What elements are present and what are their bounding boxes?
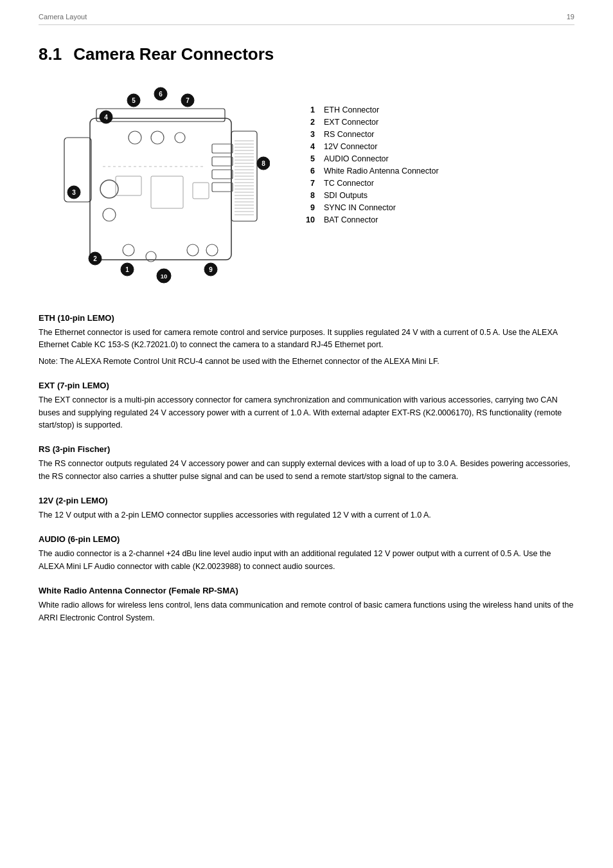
legend-item: 4 12V Connector [302,142,574,151]
legend-label: 12V Connector [324,142,377,151]
svg-rect-20 [193,183,209,199]
paragraph: The Ethernet connector is used for camer… [39,327,574,352]
camera-diagram: 1 2 3 4 5 6 7 [39,80,283,294]
subsection-eth: ETH (10-pin LEMO)The Ethernet connector … [39,313,574,368]
legend-label: BAT Connector [324,215,378,224]
legend-area: 1 ETH Connector 2 EXT Connector 3 RS Con… [302,80,574,294]
legend-number: 3 [302,130,315,139]
subsection-body: White radio allows for wireless lens con… [39,599,574,624]
subsection-body: The audio connector is a 2-channel +24 d… [39,548,574,573]
section-title: 8.1 Camera Rear Connectors [39,44,574,64]
legend-item: 5 AUDIO Connector [302,154,574,163]
header-left: Camera Layout [39,13,87,21]
paragraph: White radio allows for wireless lens con… [39,599,574,624]
page-number: 19 [567,13,574,21]
svg-rect-10 [212,183,233,192]
svg-text:2: 2 [93,255,97,262]
section-name: Camera Rear Connectors [73,44,274,64]
paragraph: The EXT connector is a multi-pin accesso… [39,394,574,431]
legend-number: 5 [302,154,315,163]
paragraph: The RS connector outputs regulated 24 V … [39,458,574,483]
svg-text:10: 10 [161,273,168,280]
subsection-audio: AUDIO (6-pin LEMO)The audio connector is… [39,534,574,573]
subsection-ext: EXT (7-pin LEMO)The EXT connector is a m… [39,381,574,431]
paragraph: Note: The ALEXA Remote Control Unit RCU-… [39,356,574,368]
svg-rect-18 [116,176,141,195]
legend-label: TC Connector [324,179,374,188]
subsections-container: ETH (10-pin LEMO)The Ethernet connector … [39,313,574,624]
svg-text:8: 8 [262,160,265,167]
legend-item: 10 BAT Connector [302,215,574,224]
subsection-antenna: White Radio Antenna Connector (Female RP… [39,586,574,624]
legend-item: 6 White Radio Antenna Connector [302,167,574,176]
svg-text:7: 7 [186,97,190,104]
svg-point-16 [206,244,218,256]
subsection-title: AUDIO (6-pin LEMO) [39,534,574,544]
figure-area: 1 2 3 4 5 6 7 [39,80,574,294]
svg-point-6 [175,132,185,143]
subsection-title: RS (3-pin Fischer) [39,444,574,454]
legend-item: 8 SDI Outputs [302,191,574,200]
legend-label: White Radio Antenna Connector [324,167,439,176]
section-number: 8.1 [39,44,62,64]
svg-text:3: 3 [72,189,76,196]
svg-rect-8 [212,157,233,166]
svg-text:4: 4 [104,114,108,121]
svg-rect-9 [212,170,233,179]
subsection-rs: RS (3-pin Fischer)The RS connector outpu… [39,444,574,483]
paragraph: The 12 V output with a 2-pin LEMO connec… [39,509,574,521]
subsection-body: The 12 V output with a 2-pin LEMO connec… [39,509,574,521]
svg-text:1: 1 [125,266,129,273]
page: Camera Layout 19 8.1 Camera Rear Connect… [0,0,613,868]
svg-point-4 [129,131,141,144]
legend-number: 8 [302,191,315,200]
svg-rect-0 [90,118,231,260]
svg-point-13 [123,244,134,256]
legend-item: 3 RS Connector [302,130,574,139]
legend-number: 9 [302,203,315,212]
svg-rect-7 [212,144,233,153]
subsection-title: 12V (2-pin LEMO) [39,496,574,505]
legend-number: 1 [302,105,315,114]
legend-number: 7 [302,179,315,188]
legend-label: AUDIO Connector [324,154,389,163]
camera-svg: 1 2 3 4 5 6 7 [39,80,270,292]
legend-item: 7 TC Connector [302,179,574,188]
legend-label: RS Connector [324,130,375,139]
subsection-body: The RS connector outputs regulated 24 V … [39,458,574,483]
subsection-12v: 12V (2-pin LEMO)The 12 V output with a 2… [39,496,574,521]
paragraph: The audio connector is a 2-channel +24 d… [39,548,574,573]
svg-rect-1 [96,109,225,122]
svg-point-5 [151,131,164,144]
header-bar: Camera Layout 19 [39,13,574,25]
legend-number: 6 [302,167,315,176]
subsection-body: The Ethernet connector is used for camer… [39,327,574,368]
legend-number: 2 [302,118,315,127]
legend-number: 4 [302,142,315,151]
svg-text:5: 5 [132,97,136,104]
svg-point-15 [187,244,199,256]
legend-label: ETH Connector [324,105,379,114]
svg-point-12 [103,208,116,221]
legend-label: EXT Connector [324,118,378,127]
legend-label: SDI Outputs [324,191,368,200]
subsection-title: White Radio Antenna Connector (Female RP… [39,586,574,595]
svg-text:9: 9 [209,266,213,273]
legend-item: 2 EXT Connector [302,118,574,127]
legend-item: 9 SYNC IN Connector [302,203,574,212]
svg-text:6: 6 [159,91,163,98]
legend-number: 10 [302,215,315,224]
subsection-title: ETH (10-pin LEMO) [39,313,574,323]
legend-item: 1 ETH Connector [302,105,574,114]
svg-rect-19 [151,176,183,208]
subsection-title: EXT (7-pin LEMO) [39,381,574,390]
subsection-body: The EXT connector is a multi-pin accesso… [39,394,574,431]
legend-label: SYNC IN Connector [324,203,396,212]
